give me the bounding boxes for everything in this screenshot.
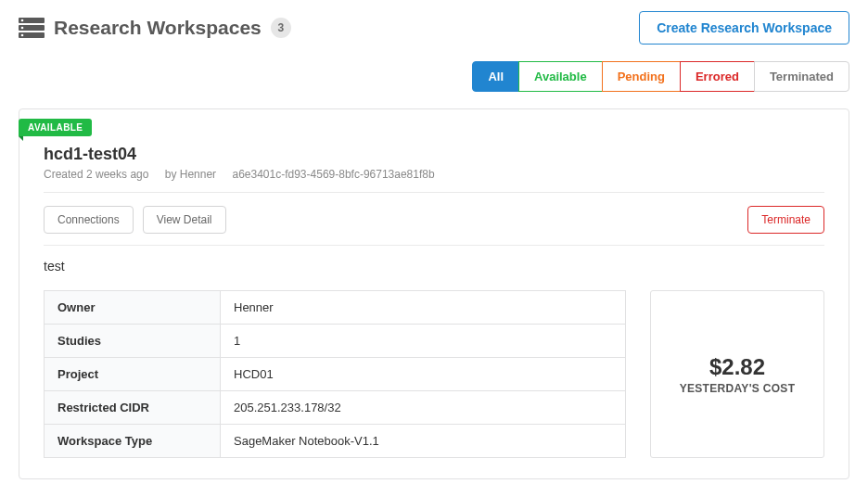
- svg-point-3: [21, 19, 24, 22]
- divider: [44, 245, 824, 246]
- owner-label: Owner: [45, 291, 221, 325]
- workspace-created: Created 2 weeks ago: [44, 168, 148, 181]
- project-label: Project: [45, 358, 221, 391]
- table-row: Project HCD01: [45, 358, 626, 391]
- create-workspace-button[interactable]: Create Research Workspace: [639, 11, 849, 45]
- tab-terminated[interactable]: Terminated: [754, 61, 849, 92]
- cost-label: YESTERDAY'S COST: [680, 382, 796, 395]
- page-header: Research Workspaces 3 Create Research Wo…: [19, 11, 849, 45]
- cost-box: $2.82 YESTERDAY'S COST: [650, 290, 824, 458]
- type-label: Workspace Type: [45, 425, 221, 458]
- workspace-meta: Created 2 weeks ago by Henner a6e3401c-f…: [44, 168, 824, 181]
- action-row: Connections View Detail Terminate: [44, 206, 824, 234]
- workspace-count-badge: 3: [271, 18, 291, 38]
- workspace-card: AVAILABLE hcd1-test04 Created 2 weeks ag…: [19, 108, 849, 479]
- workspace-author: by Henner: [165, 168, 216, 181]
- details-table: Owner Henner Studies 1 Project HCD01 Res…: [44, 290, 626, 458]
- cidr-label: Restricted CIDR: [45, 391, 221, 425]
- studies-value: 1: [221, 325, 626, 358]
- svg-point-5: [21, 34, 24, 37]
- tab-errored[interactable]: Errored: [680, 61, 755, 92]
- project-value: HCD01: [221, 358, 626, 391]
- type-value: SageMaker Notebook-V1.1: [221, 425, 626, 458]
- studies-label: Studies: [45, 325, 221, 358]
- workspace-description: test: [44, 259, 824, 274]
- server-icon: [19, 18, 45, 38]
- table-row: Restricted CIDR 205.251.233.178/32: [45, 391, 626, 425]
- svg-point-4: [21, 27, 24, 30]
- table-row: Studies 1: [45, 325, 626, 358]
- tab-all[interactable]: All: [472, 61, 519, 92]
- workspace-name: hcd1-test04: [44, 145, 824, 164]
- cidr-value: 205.251.233.178/32: [221, 391, 626, 425]
- table-row: Owner Henner: [45, 291, 626, 325]
- status-badge: AVAILABLE: [19, 119, 92, 136]
- tab-pending[interactable]: Pending: [602, 61, 681, 92]
- divider: [44, 192, 824, 193]
- table-row: Workspace Type SageMaker Notebook-V1.1: [45, 425, 626, 458]
- workspace-uuid: a6e3401c-fd93-4569-8bfc-96713ae81f8b: [232, 168, 434, 181]
- tab-available[interactable]: Available: [518, 61, 603, 92]
- owner-value: Henner: [221, 291, 626, 325]
- connections-button[interactable]: Connections: [44, 206, 134, 234]
- status-tabs: All Available Pending Errored Terminated: [19, 61, 849, 92]
- view-detail-button[interactable]: View Detail: [143, 206, 226, 234]
- title-group: Research Workspaces 3: [19, 17, 291, 39]
- page-title: Research Workspaces: [54, 17, 262, 39]
- terminate-button[interactable]: Terminate: [747, 206, 824, 234]
- cost-amount: $2.82: [709, 354, 765, 380]
